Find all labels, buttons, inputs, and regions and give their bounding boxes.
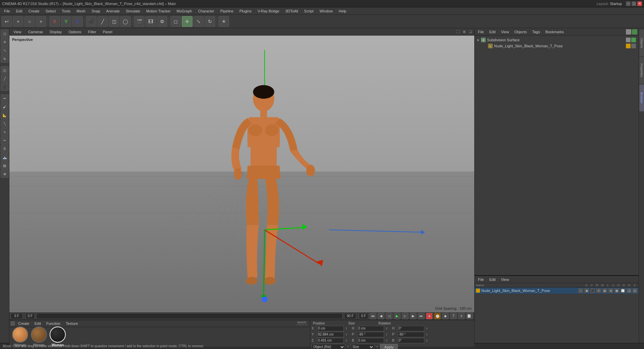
end-frame-input[interactable] <box>344 313 356 319</box>
menu-create[interactable]: Create <box>26 8 42 14</box>
pos-y-input[interactable] <box>317 332 344 337</box>
pos-x-input[interactable] <box>317 326 344 331</box>
mode-point-button[interactable]: ⬛ <box>86 16 97 27</box>
props-menu-view[interactable]: View <box>499 277 511 282</box>
fps-display[interactable] <box>359 313 368 319</box>
lt-pen[interactable]: ✏ <box>1 94 9 102</box>
tree-btn-vis2[interactable] <box>631 44 636 48</box>
viewport-3d[interactable]: Perspective <box>9 36 474 312</box>
vp-menu-filter[interactable]: Filter <box>85 29 99 35</box>
tree-btn-vis[interactable] <box>626 38 631 42</box>
vp-menu-cameras[interactable]: Cameras <box>25 29 46 35</box>
tab-content-browser[interactable]: Browser <box>639 85 644 111</box>
tree-btn-mat[interactable] <box>626 44 631 48</box>
render-button[interactable]: 🎬 <box>134 16 145 27</box>
key-button[interactable]: ◆ <box>442 313 449 319</box>
size-x-input[interactable] <box>357 326 384 331</box>
lt-knife[interactable]: ✂ <box>1 136 9 144</box>
next-frame-button[interactable]: ▷ <box>402 313 409 319</box>
sm-menu-view[interactable]: View <box>499 29 511 35</box>
props-act-6[interactable]: ⊕ <box>608 288 613 293</box>
sm-menu-bookmarks[interactable]: Bookmarks <box>543 29 566 35</box>
coord-mode-select[interactable]: Object (Rel) World Local <box>312 344 345 349</box>
menu-help[interactable]: Help <box>336 8 349 14</box>
open-button[interactable]: ○ <box>24 16 35 27</box>
light-button[interactable]: ☀ <box>218 16 229 27</box>
lt-measure[interactable]: 📐 <box>1 111 9 119</box>
lt-magnet[interactable]: S <box>1 145 9 153</box>
menu-motion-tracker[interactable]: Motion Tracker <box>144 8 173 14</box>
props-act-1[interactable]: ○ <box>578 288 583 293</box>
z-axis-button[interactable]: Z <box>72 16 83 27</box>
scale-button[interactable]: ⤡ <box>193 16 204 27</box>
new-button[interactable]: + <box>13 16 23 27</box>
mode-model-button[interactable]: ◯ <box>120 16 131 27</box>
mat-menu-edit[interactable]: Edit <box>33 321 43 326</box>
menu-window[interactable]: Window <box>317 8 335 14</box>
current-frame-input[interactable] <box>11 313 23 319</box>
jump-end-button[interactable]: ⏭ <box>418 313 425 319</box>
vp-icon-1[interactable]: ⛶ <box>455 29 461 35</box>
sm-icon-2[interactable] <box>632 29 637 35</box>
menu-file[interactable]: File <box>1 8 13 14</box>
vp-menu-view[interactable]: View <box>11 29 24 35</box>
y-axis-button[interactable]: Y <box>61 16 71 27</box>
menu-simulate[interactable]: Simulate <box>123 8 143 14</box>
mode-edge-button[interactable]: ╱ <box>97 16 108 27</box>
tab-object-manager[interactable]: Objects <box>639 30 644 56</box>
menu-plugins[interactable]: Plugins <box>237 8 254 14</box>
props-act-9[interactable]: ❑ <box>627 288 631 293</box>
undo-button[interactable]: ↩ <box>1 16 12 27</box>
x-axis-button[interactable]: X <box>49 16 60 27</box>
lt-weight[interactable]: ▤ <box>1 161 9 169</box>
jump-start-button[interactable]: ⏮ <box>370 313 376 319</box>
timeline-scrubber[interactable] <box>36 313 343 319</box>
vp-menu-panel[interactable]: Panel <box>100 29 115 35</box>
menu-animate[interactable]: Animate <box>104 8 122 14</box>
menu-3dtoall[interactable]: 3DToAll <box>283 8 301 14</box>
auto-key-button[interactable]: ⬤ <box>434 313 441 319</box>
props-act-3[interactable]: ⬛ <box>590 288 595 293</box>
rotate-button[interactable]: ↻ <box>205 16 215 27</box>
menu-pipeline[interactable]: Pipeline <box>218 8 236 14</box>
lt-rotate[interactable]: ↻ <box>1 55 9 63</box>
props-act-4[interactable]: ≡ <box>596 288 601 293</box>
lt-brush[interactable]: 🖌 <box>1 103 9 111</box>
lt-joint[interactable]: ⊕ <box>1 170 9 178</box>
menu-vray[interactable]: V-Ray Bridge <box>255 8 282 14</box>
save-button[interactable]: + <box>36 16 46 27</box>
timeline-button[interactable]: █▌ <box>466 313 473 319</box>
size-y-input[interactable] <box>357 332 384 337</box>
mode-poly-button[interactable]: ◫ <box>109 16 119 27</box>
tree-item-woman[interactable]: L Nude_Light_Skin_Black_Woman_T_Pose <box>476 43 637 49</box>
tree-btn-lock[interactable] <box>631 38 636 42</box>
select-button[interactable]: ◻ <box>170 16 181 27</box>
props-act-7[interactable]: ▦ <box>614 288 619 293</box>
lt-spline[interactable]: ∿ <box>1 128 9 136</box>
lt-edge[interactable]: ╱ <box>1 74 9 83</box>
next-keyframe-button[interactable]: ▶ <box>410 313 417 319</box>
lt-scale[interactable]: ⤡ <box>1 46 9 54</box>
sm-menu-tags[interactable]: Tags <box>530 29 542 35</box>
move-button[interactable]: ✛ <box>182 16 193 27</box>
pos-z-input[interactable] <box>317 338 344 343</box>
vp-icon-2[interactable]: ⊞ <box>462 29 467 35</box>
menu-tools[interactable]: Tools <box>59 8 73 14</box>
tab-properties[interactable]: Properties <box>639 57 644 84</box>
mat-menu-function[interactable]: Function <box>44 321 62 326</box>
lt-select[interactable]: ◻ <box>1 30 9 38</box>
menu-character[interactable]: Character <box>195 8 217 14</box>
rot-y-input[interactable] <box>397 332 424 337</box>
sm-menu-edit[interactable]: Edit <box>487 29 498 35</box>
prev-frame-button[interactable]: ◁ <box>386 313 392 319</box>
size-mode-select[interactable]: Size Scale <box>351 344 374 349</box>
render-region-button[interactable]: 🎞 <box>145 16 156 27</box>
apply-button[interactable]: Apply <box>380 344 398 349</box>
props-menu-edit[interactable]: Edit <box>487 277 498 282</box>
tree-item-subdivision[interactable]: ▶ S Subdivision Surface <box>476 37 637 43</box>
props-menu-file[interactable]: File <box>476 277 486 282</box>
props-act-2[interactable]: ◉ <box>584 288 589 293</box>
lt-line[interactable]: ╲ <box>1 119 9 128</box>
close-button[interactable]: ✕ <box>637 1 642 6</box>
minimize-button[interactable]: – <box>626 1 631 6</box>
